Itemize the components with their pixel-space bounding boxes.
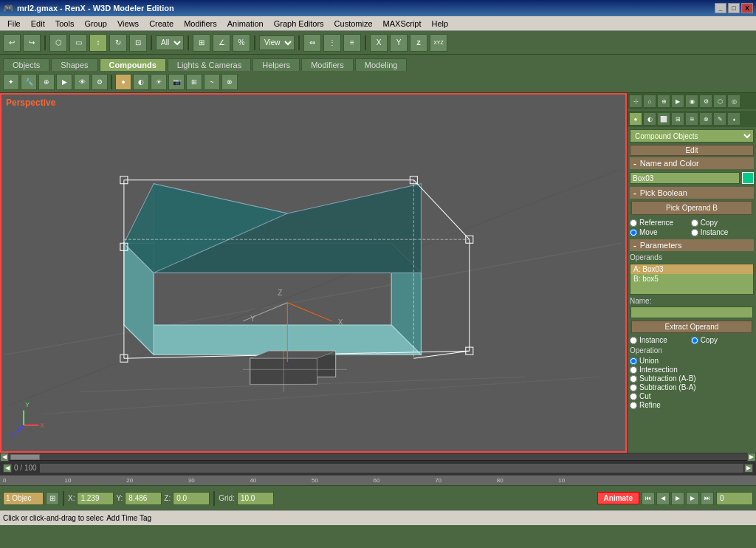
x-axis[interactable]: X — [370, 34, 388, 52]
rp-extra-icon3[interactable]: ⬧ — [727, 112, 740, 126]
menu-create[interactable]: Create — [145, 18, 178, 29]
menu-maxscript[interactable]: MAXScript — [379, 18, 426, 29]
tab-lights-cameras[interactable]: Lights & Cameras — [168, 58, 251, 71]
scale-button[interactable]: ⊡ — [129, 34, 147, 52]
scroll-thumb[interactable] — [10, 454, 40, 460]
menu-customize[interactable]: Customize — [330, 18, 377, 29]
align-button[interactable]: ⋮ — [323, 34, 341, 52]
name-color-header[interactable]: - Name and Color — [630, 157, 754, 169]
tab-modifiers[interactable]: Modifiers — [301, 58, 354, 71]
h-scrollbar[interactable]: ◀ ▶ — [0, 453, 756, 460]
scroll-track[interactable] — [40, 454, 747, 460]
angle-snap-button[interactable]: ∠ — [213, 34, 230, 52]
rp-motion-icon[interactable]: ▶ — [671, 95, 684, 108]
rp-hierarchy-icon[interactable]: ⊕ — [657, 95, 670, 108]
rp-display-icon[interactable]: ◉ — [685, 95, 698, 108]
menu-edit[interactable]: Edit — [27, 18, 49, 29]
rp-extra-icon1[interactable]: ⬡ — [713, 95, 726, 108]
rp-modify-icon[interactable]: ⌂ — [643, 95, 656, 108]
close-button[interactable]: X — [741, 3, 753, 13]
percent-snap-button[interactable]: % — [233, 34, 250, 52]
color-swatch[interactable] — [742, 172, 754, 184]
selection-filter-btn[interactable]: ⊞ — [46, 492, 59, 505]
parameters-header[interactable]: - Parameters — [630, 239, 754, 251]
y-axis[interactable]: Y — [390, 34, 408, 52]
layer-button[interactable]: ≡ — [343, 34, 361, 52]
rp-cursor-icon[interactable]: ⊹ — [629, 95, 642, 108]
timeline-track[interactable] — [39, 463, 744, 473]
modify-icon[interactable]: 🔧 — [21, 74, 37, 90]
radio-copy[interactable]: Copy — [691, 219, 751, 227]
rp-space-icon[interactable]: ≋ — [685, 112, 698, 126]
snap-button[interactable]: ⊞ — [193, 34, 210, 52]
pick-operand-b-button[interactable]: Pick Operand B — [631, 201, 752, 215]
menu-views[interactable]: Views — [113, 18, 143, 29]
radio-instance[interactable]: Instance — [691, 228, 751, 236]
pick-boolean-header[interactable]: - Pick Boolean — [630, 187, 754, 199]
menu-graph-editors[interactable]: Graph Editors — [269, 18, 329, 29]
frame-field[interactable]: 0 — [716, 492, 753, 505]
tab-shapes[interactable]: Shapes — [51, 58, 97, 71]
display-icon[interactable]: 👁 — [74, 74, 90, 90]
time-tag-btn[interactable]: Add Time Tag — [106, 514, 151, 522]
rp-utilities-icon[interactable]: ⚙ — [699, 95, 712, 108]
op-intersection[interactable]: Intersection — [630, 366, 754, 374]
go-start-btn[interactable]: ⏮ — [642, 492, 655, 505]
rp-paint-icon[interactable]: ✎ — [713, 112, 726, 126]
utilities-icon[interactable]: ⚙ — [92, 74, 108, 90]
selection-filter[interactable]: All — [156, 35, 184, 50]
menu-modifiers[interactable]: Modifiers — [179, 18, 221, 29]
op-union[interactable]: Union — [630, 357, 754, 365]
select-region-button[interactable]: ▭ — [69, 34, 87, 52]
select-button[interactable]: ⬡ — [49, 34, 67, 52]
tab-compounds[interactable]: Compounds — [100, 58, 166, 71]
extract-operand-button[interactable]: Extract Operand — [631, 321, 752, 333]
y-value[interactable]: 8.486 — [125, 492, 162, 505]
rp-cam-icon[interactable]: ⬜ — [657, 112, 670, 126]
play-btn[interactable]: ▶ — [671, 492, 684, 505]
edit-button[interactable]: Edit — [630, 145, 754, 156]
tl-back-arrow[interactable]: ◀ — [3, 464, 12, 473]
helper-icon[interactable]: ⊞ — [186, 74, 202, 90]
tl-fwd-arrow[interactable]: ▶ — [744, 464, 753, 473]
rp-extra-icon2[interactable]: ◎ — [727, 95, 740, 108]
redo-button[interactable]: ↪ — [23, 34, 41, 52]
motion-icon[interactable]: ▶ — [56, 74, 72, 90]
radio-reference[interactable]: Reference — [630, 219, 690, 227]
name-input[interactable] — [630, 172, 740, 184]
tab-objects[interactable]: Objects — [3, 58, 49, 71]
space-warp-icon[interactable]: ~ — [204, 74, 220, 90]
object-type-select[interactable]: Compound Objects Standard Extended — [630, 129, 754, 143]
extract-copy[interactable]: Copy — [691, 336, 751, 344]
menu-group[interactable]: Group — [80, 18, 111, 29]
op-sub-ba[interactable]: Subtraction (B-A) — [630, 383, 754, 391]
undo-button[interactable]: ↩ — [3, 34, 21, 52]
xyz-axes[interactable]: XYZ — [430, 34, 447, 52]
rp-light2-icon[interactable]: ⊞ — [671, 112, 684, 126]
animate-button[interactable]: Animate — [597, 492, 639, 504]
rp-sys-icon[interactable]: ⊗ — [699, 112, 712, 126]
op-sub-ab[interactable]: Subtraction (A-B) — [630, 374, 754, 383]
rp-create-icon[interactable]: ● — [629, 112, 642, 126]
modify-panel-icon[interactable]: ◐ — [133, 74, 149, 90]
menu-animation[interactable]: Animation — [223, 18, 268, 29]
go-end-btn[interactable]: ⏭ — [701, 492, 714, 505]
create-panel-icon[interactable]: ● — [115, 74, 131, 90]
menu-help[interactable]: Help — [427, 18, 453, 29]
minimize-button[interactable]: _ — [715, 3, 726, 13]
x-value[interactable]: 1.239 — [77, 492, 114, 505]
operand-name-input[interactable] — [630, 306, 753, 318]
operands-list[interactable]: A: Box03 B: box5 — [630, 264, 754, 295]
tab-helpers[interactable]: Helpers — [252, 58, 300, 71]
z-axis[interactable]: Z — [410, 34, 427, 52]
mirror-button[interactable]: ⇔ — [303, 34, 321, 52]
operand-b[interactable]: B: box5 — [630, 274, 753, 284]
op-cut[interactable]: Cut — [630, 392, 754, 400]
operand-a[interactable]: A: Box03 — [630, 264, 753, 274]
camera-icon[interactable]: 📷 — [168, 74, 185, 90]
op-refine[interactable]: Refine — [630, 401, 754, 409]
maximize-button[interactable]: □ — [728, 3, 740, 13]
menu-tools[interactable]: Tools — [51, 18, 79, 29]
menu-file[interactable]: File — [3, 18, 25, 29]
extract-instance[interactable]: Instance — [630, 336, 690, 344]
